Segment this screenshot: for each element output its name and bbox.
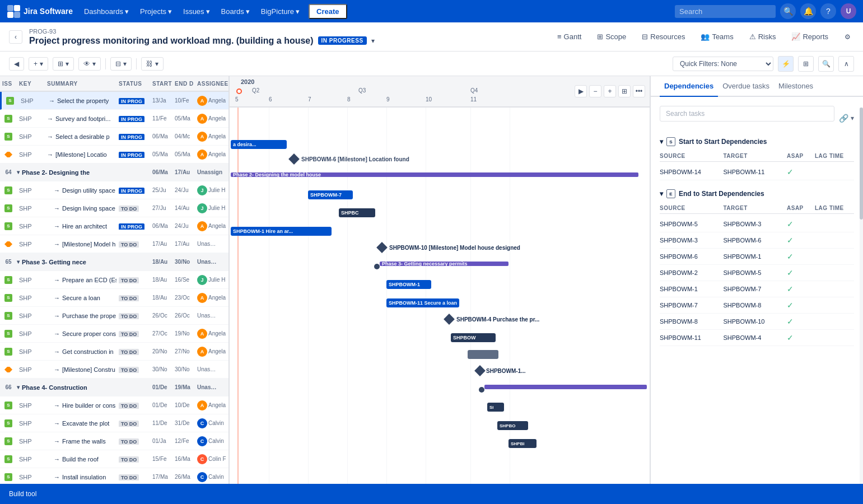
link-toolbar-button[interactable]: ⛓ ▾ xyxy=(141,57,164,71)
back-button[interactable]: ‹ xyxy=(9,30,22,44)
nav-issues[interactable]: Issues ▾ xyxy=(179,5,214,18)
zoom-in-button[interactable]: + xyxy=(604,85,616,97)
gantt-bar-shpbowm7[interactable]: SHPBOWM-7 xyxy=(308,190,353,199)
nav-dashboards[interactable]: Dashboards ▾ xyxy=(80,5,133,18)
dep-row[interactable]: SHPBOWM-8 SHPBOWM-10 ✓ xyxy=(660,314,854,330)
gantt-milestone-const[interactable]: SHPBOWM-1... xyxy=(476,367,526,375)
table-row[interactable]: S SHP → Excavate the plot TO DO 11/De 31… xyxy=(0,414,228,432)
tab-dependencies[interactable]: Dependencies xyxy=(660,76,718,97)
chart-body[interactable]: a desira... SHPBOWM-6 [Milestone] Locati… xyxy=(230,108,650,504)
dep-row[interactable]: SHPBOWM-14 SHPBOWM-11 ✓ xyxy=(660,164,854,180)
gantt-bar-si[interactable]: Si xyxy=(487,403,504,412)
search-icon[interactable]: 🔍 xyxy=(780,3,796,19)
phase-row[interactable]: 65 ▾ Phase 3- Getting nece 18/Au 30/No U… xyxy=(0,253,228,271)
zoom-out-button[interactable]: − xyxy=(589,85,601,97)
dep-row[interactable]: SHPBOWM-3 SHPBOWM-6 ✓ xyxy=(660,232,854,249)
table-row[interactable]: S SHP → Secure a loan TO DO 18/Au 23/Oc … xyxy=(0,289,228,307)
nav-risks[interactable]: ⚠ Risks xyxy=(746,30,780,43)
settings-icon[interactable]: ⚙ xyxy=(841,30,854,44)
quick-filters-select[interactable]: Quick Filters: None xyxy=(673,57,773,71)
section-header-sts[interactable]: ▾ S Start to Start Dependencies xyxy=(660,137,854,146)
collapse-toggle-4[interactable] xyxy=(479,387,484,393)
more-button[interactable]: ••• xyxy=(633,85,645,97)
collapse-toggle-3[interactable] xyxy=(374,264,380,269)
gantt-bar-shpbo[interactable]: SHPBO xyxy=(497,421,528,430)
help-icon[interactable]: ? xyxy=(820,3,836,19)
table-row[interactable]: SHP → [Milestone] Model h TO DO 17/Au 17… xyxy=(0,235,228,253)
tab-overdue[interactable]: Overdue tasks xyxy=(718,76,774,97)
back-toolbar-button[interactable]: ◀ xyxy=(9,57,24,71)
phase-row[interactable]: 64 ▾ Phase 2- Designing the 06/Ma 17/Au … xyxy=(0,164,228,181)
dep-row[interactable]: SHPBOWM-11 SHPBOWM-4 ✓ xyxy=(660,330,854,346)
expand-icon[interactable]: ▾ xyxy=(17,169,20,175)
dep-row[interactable]: SHPBOWM-1 SHPBOWM-7 ✓ xyxy=(660,281,854,297)
view-toolbar-button[interactable]: ⊞ ▾ xyxy=(53,57,74,71)
table-row[interactable]: S SHP → Frame the walls TO DO 01/Ja 12/F… xyxy=(0,432,228,450)
dep-row[interactable]: SHPBOWM-2 SHPBOWM-5 ✓ xyxy=(660,265,854,281)
gantt-bar-shpbow[interactable]: SHPBOW xyxy=(451,333,496,342)
table-row[interactable]: SHP → [Milestone] Constru TO DO 30/No 30… xyxy=(0,361,228,379)
collapse-all-button[interactable]: ∧ xyxy=(838,56,854,72)
nav-resources[interactable]: ⊟ Resources xyxy=(638,30,688,43)
tab-milestones[interactable]: Milestones xyxy=(774,76,818,97)
table-row[interactable]: S SHP → Secure proper cons TO DO 27/Oc 1… xyxy=(0,325,228,343)
gantt-bar-gray1[interactable] xyxy=(468,350,498,359)
section-header-ets[interactable]: ▾ E End to Start Dependencies xyxy=(660,189,854,198)
nav-bigpicture[interactable]: BigPicture ▾ xyxy=(256,5,304,18)
search-gantt-button[interactable]: 🔍 xyxy=(818,56,834,72)
search-tasks-input[interactable] xyxy=(660,106,834,122)
dep-row[interactable]: SHPBOWM-7 SHPBOWM-8 ✓ xyxy=(660,297,854,314)
expand-icon[interactable]: ▾ xyxy=(851,114,854,122)
search-input[interactable] xyxy=(675,5,776,18)
table-row[interactable]: S SHP → Purchase the prope TO DO 26/Oc 2… xyxy=(0,307,228,325)
play-button[interactable]: ▶ xyxy=(575,85,587,97)
gantt-bar-shpbi[interactable]: SHPBI xyxy=(509,439,537,448)
table-row[interactable]: S SHP → Build the roof TO DO 15/Fe 16/Ma… xyxy=(0,450,228,468)
expand-icon[interactable]: ▾ xyxy=(17,384,20,390)
add-toolbar-button[interactable]: + ▾ xyxy=(29,57,48,71)
eye-toolbar-button[interactable]: 👁 ▾ xyxy=(78,57,101,71)
phase2-bar[interactable]: Phase 2- Designing the model house xyxy=(231,172,638,177)
table-row[interactable]: S SHP → Hire builder or cons TO DO 01/De… xyxy=(0,396,228,414)
nav-projects[interactable]: Projects ▾ xyxy=(136,5,176,18)
user-avatar[interactable]: U xyxy=(841,3,856,19)
link-icon[interactable]: 🔗 xyxy=(839,114,848,123)
filter-active-button[interactable]: ⚡ xyxy=(778,56,794,72)
table-row[interactable]: S SHP → Design living space TO DO 27/Ju … xyxy=(0,199,228,217)
table-row[interactable]: S SHP → Hire an architect IN PROG 06/Ma … xyxy=(0,217,228,235)
phase3-bar[interactable]: Phase 3- Getting necessary permits xyxy=(380,262,509,266)
table-row[interactable]: SHP → [Milestone] Locatio IN PROG 05/Ma … xyxy=(0,146,228,164)
nav-teams[interactable]: 👥 Teams xyxy=(697,30,736,43)
phase-row[interactable]: 66 ▾ Phase 4- Construction 01/De 19/Ma U… xyxy=(0,379,228,396)
scrollbar-thumb[interactable] xyxy=(860,108,863,220)
gantt-milestone-4[interactable]: SHPBOWM-4 Purchase the pr... xyxy=(445,315,539,323)
expand-icon[interactable]: ▾ xyxy=(17,259,20,265)
gantt-milestone-6[interactable]: SHPBOWM-6 [Milestone] Location found xyxy=(290,155,409,163)
dep-row[interactable]: SHPBOWM-5 SHPBOWM-3 ✓ xyxy=(660,216,854,232)
table-row[interactable]: S SHP → Design utility space IN PROG 25/… xyxy=(0,181,228,199)
table-row[interactable]: S SHP → Prepare an ECD (Es TO DO 18/Au 1… xyxy=(0,271,228,289)
nav-gantt[interactable]: ≡ Gantt xyxy=(554,30,585,43)
app-logo[interactable]: Jira Software xyxy=(7,4,73,18)
create-button[interactable]: Create xyxy=(309,4,347,19)
dep-row[interactable]: SHPBOWM-6 SHPBOWM-1 ✓ xyxy=(660,249,854,265)
calendar-view-button[interactable]: ⊞ xyxy=(798,56,814,72)
table-row[interactable]: S SHP → Get construction in TO DO 20/No … xyxy=(0,343,228,361)
nav-boards[interactable]: Boards ▾ xyxy=(217,5,254,18)
gantt-bar-shpbowm1-prep[interactable]: SHPBOWM-1 xyxy=(386,280,431,289)
gantt-bar-hire-arch[interactable]: SHPBOWM-1 Hire an ar... xyxy=(231,227,332,236)
gantt-milestone-10[interactable]: SHPBOWM-10 [Milestone] Model house desig… xyxy=(378,244,520,251)
notifications-icon[interactable]: 🔔 xyxy=(800,3,816,19)
fit-button[interactable]: ⊞ xyxy=(618,85,631,97)
table-row[interactable]: S SHP → Select a desirable p IN PROG 06/… xyxy=(0,128,228,146)
nav-reports[interactable]: 📈 Reports xyxy=(788,30,832,43)
gantt-bar-select-desirable[interactable]: a desira... xyxy=(231,140,287,149)
nav-scope[interactable]: ⊞ Scope xyxy=(594,30,629,43)
table-row[interactable]: S SHP → Select the property IN PROG 13/J… xyxy=(0,92,228,110)
gantt-bar-shpbowm11[interactable]: SHPBOWM-11 Secure a loan xyxy=(386,298,459,307)
gantt-bar-shpbc[interactable]: SHPBC xyxy=(339,208,375,217)
table-row[interactable]: S SHP → Survey and footpri... IN PROG 11… xyxy=(0,110,228,128)
scrollbar[interactable] xyxy=(860,108,863,504)
phase4-bar[interactable] xyxy=(484,385,647,389)
layout-toolbar-button[interactable]: ⊟ ▾ xyxy=(110,57,132,71)
